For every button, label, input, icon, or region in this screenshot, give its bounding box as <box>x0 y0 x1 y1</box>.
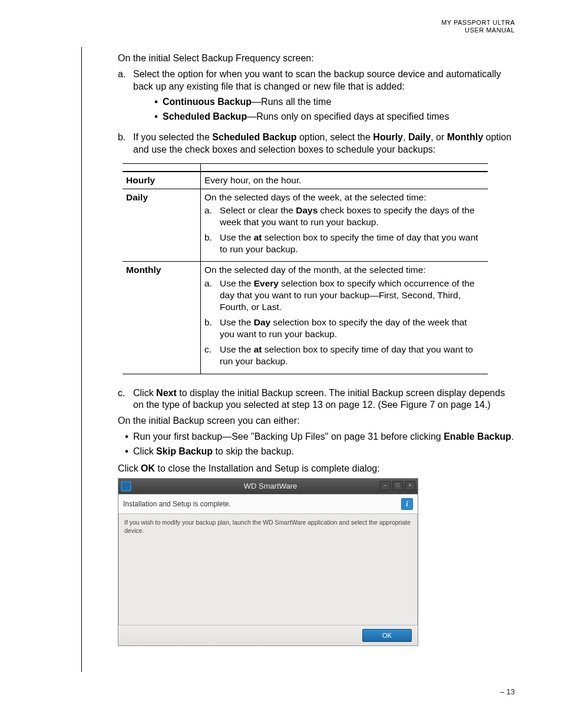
page-number: – 13 <box>500 687 515 697</box>
page-content: On the initial Select Backup Frequency s… <box>118 18 515 646</box>
step-a-text: Select the option for when you want to s… <box>133 69 501 91</box>
app-icon <box>121 481 131 492</box>
minimize-icon[interactable]: – <box>380 481 391 490</box>
table-cell: On the selected days of the week, at the… <box>204 192 483 203</box>
close-icon[interactable]: × <box>405 481 415 490</box>
list-item: • Scheduled Backup—Runs only on specifie… <box>150 111 515 123</box>
para-backup-options: On the initial Backup screen you can eit… <box>118 415 515 427</box>
header-product: MY PASSPORT ULTRA <box>441 19 515 27</box>
ok-button[interactable]: OK <box>362 629 412 642</box>
table-cell: Every hour, on the hour. <box>201 172 488 189</box>
bullet-icon: • <box>150 111 163 123</box>
table-row-label: Hourly <box>123 172 201 189</box>
list-marker: c. <box>118 387 133 412</box>
document-header: MY PASSPORT ULTRA USER MANUAL <box>441 19 515 34</box>
dialog-message: Installation and Setup is complete. <box>123 500 231 509</box>
bullet-icon: • <box>120 431 133 443</box>
step-b: b. If you selected the Scheduled Backup … <box>118 131 515 156</box>
dialog-body: If you wish to modify your backup plan, … <box>118 514 418 625</box>
step-c: c. Click Next to display the initial Bac… <box>118 387 515 412</box>
intro-text: On the initial Select Backup Frequency s… <box>118 52 515 65</box>
list-item: • Click Skip Backup to skip the backup. <box>120 446 515 458</box>
bullet-icon: • <box>120 446 133 458</box>
step-a: a. Select the option for when you want t… <box>118 68 515 128</box>
para-close-dialog: Click OK to close the Installation and S… <box>118 463 515 475</box>
maximize-icon[interactable]: □ <box>392 481 403 490</box>
list-marker: a. <box>118 68 133 128</box>
list-item: • Continuous Backup—Runs all the time <box>150 96 515 108</box>
table-cell: On the selected day of the month, at the… <box>204 264 483 276</box>
list-marker: b. <box>118 131 133 156</box>
dialog-titlebar: WD SmartWare – □ × <box>118 479 418 494</box>
dialog-title: WD SmartWare <box>135 482 406 492</box>
installation-complete-dialog: WD SmartWare – □ × Installation and Setu… <box>118 478 418 646</box>
table-row-label: Daily <box>123 189 201 262</box>
margin-rule <box>81 47 82 672</box>
frequency-table: Hourly Every hour, on the hour. Daily On… <box>123 163 488 379</box>
info-icon[interactable]: i <box>401 498 413 510</box>
list-item: • Run your first backup—See "Backing Up … <box>120 431 515 443</box>
table-row-label: Monthly <box>123 262 201 374</box>
bullet-icon: • <box>150 96 163 108</box>
header-doc-type: USER MANUAL <box>441 27 515 34</box>
